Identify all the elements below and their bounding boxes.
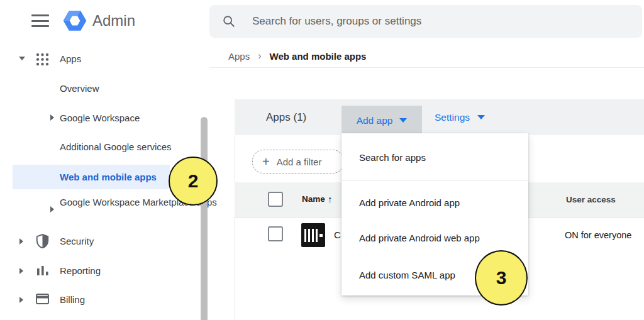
marketplace-caret-icon[interactable] [50, 206, 54, 212]
reporting-caret-icon[interactable] [19, 268, 23, 274]
google-workspace-caret-icon[interactable] [50, 114, 54, 121]
breadcrumb-current: Web and mobile apps [270, 51, 367, 62]
sidebar-item-security[interactable]: Security [60, 236, 94, 246]
brand-title: Admin [92, 12, 135, 30]
plus-icon: + [262, 155, 270, 169]
apps-grid-icon [36, 53, 49, 66]
settings-button[interactable]: Settings [435, 99, 485, 135]
google-admin-logo [62, 8, 87, 33]
sidebar-item-overview[interactable]: Overview [60, 83, 99, 94]
breadcrumb: Apps › Web and mobile apps [228, 50, 366, 62]
search-icon [222, 14, 236, 28]
sidebar-item-google-workspace[interactable]: Google Workspace [60, 113, 140, 123]
sidebar-item-additional-google-services[interactable]: Additional Google services [60, 141, 172, 152]
annotation-step-2: 2 [169, 157, 218, 206]
annotation-step-3: 3 [475, 250, 528, 306]
apps-expand-caret-icon[interactable] [19, 57, 25, 60]
add-app-label: Add app [357, 115, 393, 126]
sidebar-item-apps[interactable]: Apps [60, 53, 81, 64]
app-name-cell[interactable]: C [334, 229, 341, 240]
apps-count-title: Apps (1) [266, 99, 306, 135]
app-logo-icon [301, 223, 325, 247]
settings-label: Settings [435, 112, 470, 123]
menu-divider [341, 180, 528, 180]
menu-hamburger-icon[interactable] [31, 14, 49, 28]
user-access-column-header: User access [566, 195, 616, 204]
breadcrumb-divider [209, 67, 644, 68]
add-filter-label: Add a filter [277, 157, 322, 167]
sidebar-item-billing[interactable]: Billing [60, 294, 85, 305]
apps-toolbar: Apps (1) Add app Settings [235, 99, 644, 135]
name-column-header[interactable]: Name [302, 194, 325, 204]
breadcrumb-apps-link[interactable]: Apps [228, 51, 250, 62]
sidebar-item-reporting[interactable]: Reporting [60, 265, 101, 276]
sidebar-item-marketplace-apps[interactable]: Google Workspace Marketplace apps [60, 196, 168, 209]
menu-item-search-for-apps[interactable]: Search for apps [359, 152, 426, 163]
menu-item-add-private-android-web-app[interactable]: Add private Android web app [359, 233, 480, 243]
add-app-caret-icon [399, 118, 407, 123]
row-checkbox[interactable] [268, 226, 283, 241]
admin-console-screen: Admin Apps › Web and mobile apps Apps Ov… [0, 0, 644, 320]
add-app-button[interactable]: Add app [341, 106, 422, 135]
search-input[interactable] [251, 14, 606, 28]
sort-ascending-icon[interactable]: ↑ [328, 194, 333, 204]
menu-item-add-private-android-app[interactable]: Add private Android app [359, 197, 460, 208]
content-left-border [235, 135, 235, 320]
settings-caret-icon [477, 115, 485, 119]
menu-item-add-custom-saml-app[interactable]: Add custom SAML app [359, 270, 455, 280]
credit-card-icon [36, 294, 49, 304]
security-caret-icon[interactable] [19, 238, 23, 245]
add-filter-chip[interactable]: + Add a filter [252, 150, 344, 174]
sidebar-scrollbar[interactable] [201, 117, 208, 320]
sidebar-item-web-and-mobile-apps[interactable]: Web and mobile apps [60, 172, 157, 182]
select-all-checkbox[interactable] [268, 192, 283, 207]
global-search-bar[interactable] [209, 5, 642, 38]
shield-icon [36, 234, 49, 248]
user-access-cell: ON for everyone [565, 230, 631, 240]
breadcrumb-separator: › [258, 50, 261, 62]
bar-chart-icon [36, 265, 49, 277]
billing-caret-icon[interactable] [19, 297, 23, 303]
